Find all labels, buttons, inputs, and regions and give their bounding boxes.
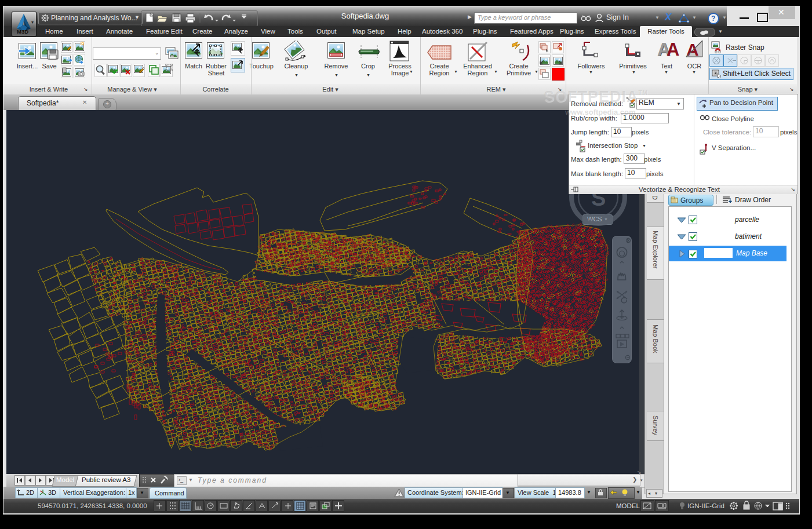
svg-text:A: A — [686, 40, 699, 59]
